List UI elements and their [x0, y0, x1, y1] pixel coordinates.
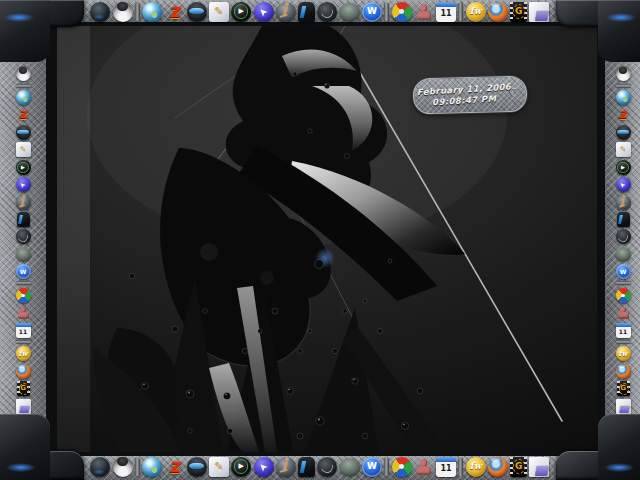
- dock-row-top: Z✎▶➤W11fwG: [88, 0, 552, 23]
- helmet-visor-icon[interactable]: [187, 457, 207, 477]
- notepad-pencil-icon[interactable]: ✎: [616, 142, 631, 157]
- word-sphere-icon[interactable]: W: [16, 264, 31, 279]
- calendar-icon[interactable]: 11: [616, 323, 631, 338]
- gear-film-icon[interactable]: G: [17, 381, 30, 396]
- red-z-icon-glyph: Z: [619, 110, 626, 120]
- dock-separator: [384, 458, 389, 476]
- messenger-person-icon[interactable]: [616, 305, 631, 320]
- stone-icon[interactable]: [340, 458, 360, 476]
- stone-icon[interactable]: [616, 248, 631, 261]
- jacket-icon[interactable]: [298, 457, 315, 477]
- firefox-icon[interactable]: [488, 2, 508, 22]
- dock-separator: [384, 3, 389, 21]
- media-player-icon[interactable]: ▶: [231, 2, 251, 22]
- notepad-pencil-icon-glyph: ✎: [214, 6, 223, 17]
- word-sphere-icon-glyph: W: [367, 7, 377, 16]
- clock-widget: February 11, 2006 09:08:47 PM ☾: [413, 76, 528, 115]
- cursor-sphere-icon-glyph: ➤: [257, 460, 270, 473]
- stone-icon[interactable]: [340, 3, 360, 21]
- calendar-icon-glyph: 11: [19, 329, 27, 335]
- software-box-icon[interactable]: [529, 457, 549, 477]
- messenger-person-icon[interactable]: [16, 305, 31, 320]
- swirl-sphere-icon[interactable]: [317, 2, 337, 22]
- software-box-icon[interactable]: [529, 2, 549, 22]
- color-wheel-icon[interactable]: [16, 288, 31, 303]
- notepad-pencil-icon[interactable]: ✎: [209, 457, 229, 477]
- jacket-icon[interactable]: [298, 2, 315, 22]
- cursor-sphere-icon-glyph: ➤: [257, 5, 270, 18]
- dock-separator: [616, 84, 631, 88]
- corner-glow: [4, 13, 34, 22]
- helmet-visor-icon[interactable]: [187, 2, 207, 22]
- firefox-icon[interactable]: [616, 364, 631, 379]
- red-z-icon[interactable]: Z: [616, 108, 631, 123]
- notepad-pencil-icon-glyph: ✎: [20, 146, 27, 154]
- word-sphere-icon[interactable]: W: [616, 264, 631, 279]
- stone-icon[interactable]: [16, 248, 31, 261]
- figure-sphere-icon[interactable]: [113, 2, 133, 22]
- helmet-visor-icon[interactable]: [616, 125, 631, 140]
- calendar-icon[interactable]: 11: [436, 2, 456, 22]
- software-box-icon[interactable]: [16, 399, 31, 414]
- cursor-sphere-icon[interactable]: ➤: [16, 177, 31, 192]
- firefox-icon[interactable]: [16, 364, 31, 379]
- cursor-sphere-icon[interactable]: ➤: [254, 457, 274, 477]
- swirl-sphere-icon[interactable]: [616, 229, 631, 244]
- swirl-sphere-icon[interactable]: [317, 457, 337, 477]
- cursor-sphere-icon-glyph: ➤: [18, 180, 27, 189]
- gold-fw-sphere-icon[interactable]: fw: [466, 457, 486, 477]
- gold-fw-sphere-icon[interactable]: fw: [16, 346, 31, 361]
- red-z-icon-glyph: Z: [169, 460, 179, 474]
- color-wheel-icon[interactable]: [392, 2, 412, 22]
- swirl-sphere-icon[interactable]: [16, 229, 31, 244]
- gear-film-icon[interactable]: G: [510, 2, 527, 22]
- messenger-person-icon-glyph: [420, 4, 427, 11]
- cursor-sphere-icon[interactable]: ➤: [616, 177, 631, 192]
- running-figure-icon-glyph: [283, 461, 289, 472]
- figure-sphere-icon[interactable]: [16, 66, 31, 81]
- word-sphere-icon-glyph: W: [620, 269, 627, 275]
- word-sphere-icon[interactable]: W: [362, 2, 382, 22]
- gear-film-icon[interactable]: G: [617, 381, 630, 396]
- running-figure-icon[interactable]: [616, 195, 631, 210]
- color-wheel-icon[interactable]: [392, 457, 412, 477]
- cursor-sphere-icon[interactable]: ➤: [254, 2, 274, 22]
- color-wheel-icon[interactable]: [616, 288, 631, 303]
- dark-orb-icon[interactable]: [90, 457, 110, 477]
- software-box-icon[interactable]: [616, 399, 631, 414]
- figure-sphere-icon[interactable]: [113, 457, 133, 477]
- marble-globe-icon[interactable]: [16, 90, 31, 105]
- gold-fw-sphere-icon[interactable]: fw: [616, 346, 631, 361]
- red-z-icon-glyph: Z: [169, 5, 179, 19]
- jacket-icon[interactable]: [17, 212, 30, 227]
- gold-fw-sphere-icon[interactable]: fw: [466, 2, 486, 22]
- red-z-icon[interactable]: Z: [164, 2, 184, 22]
- marble-globe-icon[interactable]: [142, 2, 162, 22]
- media-player-icon[interactable]: ▶: [231, 457, 251, 477]
- figure-sphere-icon[interactable]: [616, 66, 631, 81]
- red-z-icon[interactable]: Z: [164, 457, 184, 477]
- running-figure-icon[interactable]: [276, 2, 296, 22]
- marble-globe-icon[interactable]: [142, 457, 162, 477]
- running-figure-icon[interactable]: [276, 457, 296, 477]
- gear-film-icon[interactable]: G: [510, 457, 527, 477]
- calendar-icon[interactable]: 11: [436, 457, 456, 477]
- word-sphere-icon[interactable]: W: [362, 457, 382, 477]
- marble-globe-icon[interactable]: [616, 90, 631, 105]
- notepad-pencil-icon[interactable]: ✎: [16, 142, 31, 157]
- running-figure-icon[interactable]: [16, 195, 31, 210]
- running-figure-icon-glyph: [283, 6, 289, 17]
- notepad-pencil-icon[interactable]: ✎: [209, 2, 229, 22]
- helmet-visor-icon[interactable]: [16, 125, 31, 140]
- media-player-icon[interactable]: ▶: [16, 160, 31, 175]
- red-z-icon[interactable]: Z: [16, 108, 31, 123]
- messenger-person-icon[interactable]: [414, 2, 434, 22]
- dark-orb-icon[interactable]: [90, 2, 110, 22]
- dock-corner-bottom-left: [0, 451, 84, 480]
- calendar-icon-glyph: 11: [440, 10, 451, 18]
- messenger-person-icon[interactable]: [414, 457, 434, 477]
- firefox-icon[interactable]: [488, 457, 508, 477]
- calendar-icon[interactable]: 11: [16, 323, 31, 338]
- jacket-icon[interactable]: [617, 212, 630, 227]
- media-player-icon[interactable]: ▶: [616, 160, 631, 175]
